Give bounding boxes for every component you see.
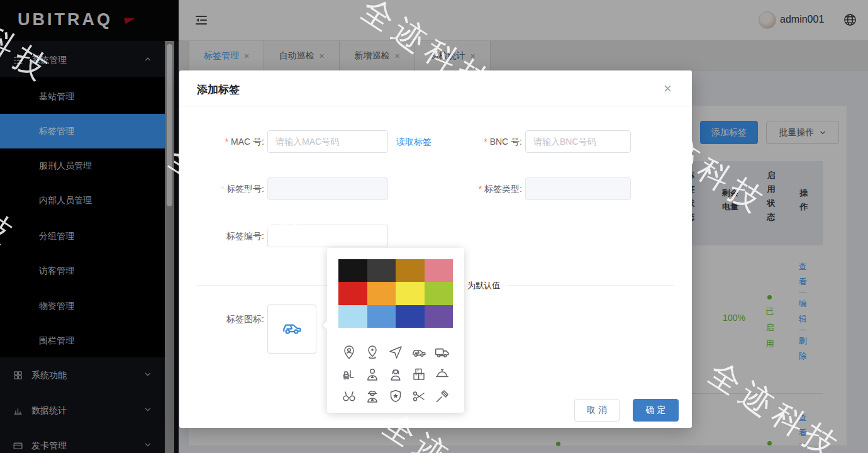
divider [179, 106, 692, 106]
bnc-input[interactable] [525, 130, 631, 153]
color-swatch[interactable] [338, 305, 367, 328]
tag-code-label: 标签编号: [191, 225, 264, 247]
shield-star-icon[interactable] [384, 385, 407, 407]
tag-code-input[interactable] [267, 225, 388, 247]
dialog-title: 添加标签 [197, 82, 240, 97]
truck-icon[interactable] [431, 341, 454, 363]
man-icon[interactable] [360, 363, 384, 385]
tag-model-label: *标签型号: [191, 177, 264, 200]
boxes-icon[interactable] [408, 363, 431, 385]
color-swatch[interactable] [396, 305, 425, 328]
scissors-icon[interactable] [408, 385, 431, 407]
hammer-icon[interactable] [431, 385, 454, 407]
person-pin-icon[interactable] [337, 341, 360, 363]
selected-tag-icon-box[interactable] [267, 305, 316, 354]
color-swatch[interactable] [396, 259, 425, 282]
icon-color-picker [327, 248, 464, 413]
color-swatch[interactable] [367, 259, 396, 282]
car-icon [281, 316, 303, 342]
color-swatch[interactable] [425, 282, 453, 305]
tag-model-input[interactable] [267, 177, 388, 200]
cancel-button[interactable]: 取 消 [574, 399, 620, 422]
icon-grid [337, 341, 454, 407]
app: UBITRAQ 系统管理 基站管理 标签管理 服刑人员管理 内部人员管理 分组管… [0, 0, 868, 453]
color-swatch[interactable] [338, 282, 367, 305]
tag-type-input[interactable] [525, 177, 631, 200]
police-officer-icon[interactable] [360, 385, 384, 407]
location-pin-icon[interactable] [360, 341, 384, 363]
car-icon[interactable] [408, 341, 431, 363]
navigation-icon[interactable] [384, 341, 407, 363]
tag-icon-label: 标签图标: [191, 308, 264, 330]
color-swatch[interactable] [338, 259, 367, 282]
color-swatch[interactable] [425, 305, 453, 328]
default-value-note: 为默认值 [461, 280, 506, 291]
color-swatch[interactable] [367, 305, 396, 328]
mac-label: *MAC 号: [191, 130, 264, 153]
read-tag-link[interactable]: 读取标签 [396, 130, 431, 153]
required-mark: * [221, 184, 224, 194]
color-swatch-grid [338, 259, 453, 328]
mac-input[interactable] [267, 130, 388, 153]
required-mark: * [225, 137, 228, 147]
confirm-button[interactable]: 确 定 [633, 399, 679, 422]
safety-helmet-icon[interactable] [431, 363, 454, 385]
woman-icon[interactable] [384, 363, 407, 385]
required-mark: * [484, 137, 487, 147]
color-swatch[interactable] [367, 282, 396, 305]
handcuffs-icon[interactable] [337, 385, 360, 407]
forklift-icon[interactable] [337, 363, 360, 385]
tag-type-label: *标签类型: [448, 177, 522, 200]
required-mark: * [479, 184, 482, 194]
color-swatch[interactable] [396, 282, 425, 305]
bnc-label: *BNC 号: [448, 130, 522, 153]
color-swatch[interactable] [425, 259, 453, 282]
close-icon[interactable]: × [664, 82, 672, 96]
